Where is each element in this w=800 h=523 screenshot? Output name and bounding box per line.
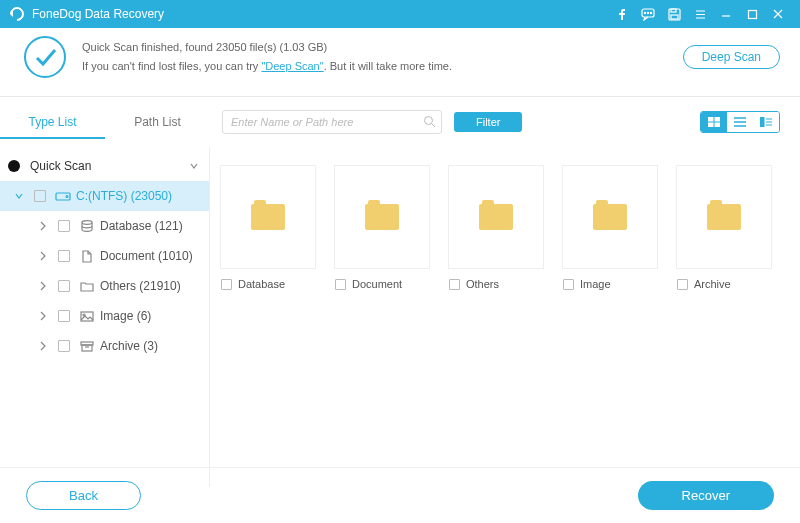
footer: Back Recover (0, 467, 800, 523)
tab-path-list[interactable]: Path List (105, 105, 210, 139)
deep-scan-button[interactable]: Deep Scan (683, 45, 780, 69)
checkbox[interactable] (58, 220, 70, 232)
deep-scan-link[interactable]: "Deep Scan" (261, 60, 323, 72)
tree-item-label: Archive (3) (100, 339, 201, 353)
svg-rect-20 (82, 345, 92, 351)
chevron-right-icon[interactable] (36, 341, 50, 351)
check-circle-icon (24, 36, 66, 78)
svg-point-2 (647, 12, 648, 13)
scan-line2-suffix: . But it will take more time. (324, 60, 452, 72)
folder-icon (593, 204, 627, 230)
tree-item-label: Database (121) (100, 219, 201, 233)
sidebar-tree: Quick Scan C:(NTFS) (23050) Database (12… (0, 147, 210, 487)
folder-grid: Database Document Others Image Archi (210, 147, 800, 487)
drive-icon (54, 190, 72, 202)
scan-summary-text: Quick Scan finished, found 23050 file(s)… (82, 38, 683, 75)
scan-line2-prefix: If you can't find lost files, you can tr… (82, 60, 261, 72)
svg-point-8 (425, 117, 433, 125)
chevron-down-icon[interactable] (187, 160, 201, 172)
facebook-icon[interactable] (610, 2, 634, 26)
checkbox[interactable] (563, 279, 574, 290)
checkbox[interactable] (58, 250, 70, 262)
svg-rect-13 (760, 117, 764, 127)
tree-item-label: Others (21910) (100, 279, 201, 293)
tree-item-image[interactable]: Image (6) (0, 301, 209, 331)
search-icon[interactable] (423, 115, 436, 131)
checkbox[interactable] (677, 279, 688, 290)
checkbox[interactable] (335, 279, 346, 290)
chevron-right-icon[interactable] (36, 311, 50, 321)
grid-tile-archive[interactable]: Archive (676, 165, 772, 269)
svg-rect-7 (748, 10, 756, 18)
tile-label: Others (466, 278, 499, 290)
search-input[interactable] (222, 110, 442, 134)
tile-label: Database (238, 278, 285, 290)
folder-icon (479, 204, 513, 230)
scan-size: 1.03 GB (283, 41, 323, 53)
filter-button[interactable]: Filter (454, 112, 522, 132)
folder-icon (78, 281, 96, 292)
chevron-right-icon[interactable] (36, 281, 50, 291)
tree-drive-c[interactable]: C:(NTFS) (23050) (0, 181, 209, 211)
tree-item-label: Image (6) (100, 309, 201, 323)
tile-label: Archive (694, 278, 731, 290)
tree-item-others[interactable]: Others (21910) (0, 271, 209, 301)
tile-label: Image (580, 278, 611, 290)
scan-line1-suffix: ) (324, 41, 328, 53)
view-detail-button[interactable] (753, 112, 779, 132)
scan-line1-mid: file(s) ( (247, 41, 284, 53)
tab-type-list[interactable]: Type List (0, 105, 105, 139)
scan-line1-prefix: Quick Scan finished, found (82, 41, 216, 53)
view-grid-button[interactable] (701, 112, 727, 132)
maximize-icon[interactable] (740, 2, 764, 26)
folder-icon (251, 204, 285, 230)
svg-point-1 (644, 12, 645, 13)
svg-rect-11 (708, 123, 713, 127)
grid-tile-others[interactable]: Others (448, 165, 544, 269)
svg-point-15 (66, 196, 68, 198)
save-icon[interactable] (662, 2, 686, 26)
chevron-right-icon[interactable] (36, 251, 50, 261)
tree-item-archive[interactable]: Archive (3) (0, 331, 209, 361)
menu-icon[interactable] (688, 2, 712, 26)
titlebar: FoneDog Data Recovery (0, 0, 800, 28)
grid-tile-image[interactable]: Image (562, 165, 658, 269)
back-button[interactable]: Back (26, 481, 141, 510)
grid-tile-database[interactable]: Database (220, 165, 316, 269)
document-icon (78, 250, 96, 263)
checkbox[interactable] (58, 340, 70, 352)
chevron-down-icon[interactable] (12, 191, 26, 201)
scan-summary-band: Quick Scan finished, found 23050 file(s)… (0, 28, 800, 97)
archive-icon (78, 341, 96, 352)
svg-rect-5 (671, 9, 676, 12)
search-wrap (222, 110, 442, 134)
tile-label: Document (352, 278, 402, 290)
svg-rect-12 (715, 123, 720, 127)
checkbox[interactable] (58, 280, 70, 292)
svg-rect-17 (81, 312, 93, 321)
minimize-icon[interactable] (714, 2, 738, 26)
image-icon (78, 311, 96, 322)
feedback-icon[interactable] (636, 2, 660, 26)
list-tabs: Type List Path List (0, 105, 210, 139)
tree-item-database[interactable]: Database (121) (0, 211, 209, 241)
tree-root-quick-scan[interactable]: Quick Scan (0, 151, 209, 181)
close-icon[interactable] (766, 2, 790, 26)
app-title: FoneDog Data Recovery (32, 7, 164, 21)
view-list-button[interactable] (727, 112, 753, 132)
recover-button[interactable]: Recover (638, 481, 774, 510)
toolbar: Type List Path List Filter (0, 97, 800, 147)
chevron-right-icon[interactable] (36, 221, 50, 231)
checkbox[interactable] (58, 310, 70, 322)
checkbox[interactable] (34, 190, 46, 202)
app-logo-icon (7, 4, 27, 24)
tree-item-document[interactable]: Document (1010) (0, 241, 209, 271)
checkbox[interactable] (449, 279, 460, 290)
svg-point-16 (82, 221, 92, 225)
checkbox[interactable] (221, 279, 232, 290)
tree-root-label: Quick Scan (30, 159, 91, 173)
svg-point-3 (650, 12, 651, 13)
svg-rect-10 (715, 117, 720, 121)
grid-tile-document[interactable]: Document (334, 165, 430, 269)
folder-icon (707, 204, 741, 230)
